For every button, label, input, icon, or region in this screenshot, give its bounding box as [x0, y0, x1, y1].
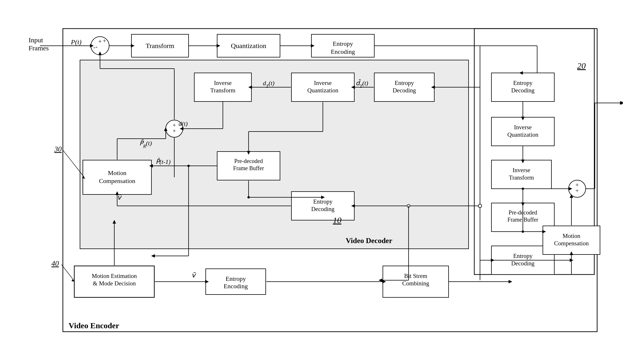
- svg-marker-92: [151, 254, 155, 258]
- svg-rect-1: [80, 60, 469, 249]
- svg-point-123: [569, 180, 586, 197]
- svg-text:Inverse: Inverse: [314, 79, 332, 86]
- svg-marker-88: [113, 220, 116, 224]
- svg-marker-46: [131, 44, 135, 47]
- svg-marker-54: [431, 85, 435, 89]
- svg-rect-37: [383, 266, 449, 297]
- svg-rect-2: [474, 29, 594, 275]
- svg-text:+: +: [98, 38, 102, 45]
- svg-rect-31: [74, 266, 154, 297]
- svg-rect-28: [291, 192, 354, 220]
- svg-rect-0: [63, 29, 597, 332]
- svg-rect-25: [217, 152, 280, 180]
- svg-text:Frame Buffer: Frame Buffer: [507, 216, 538, 223]
- svg-text:30: 30: [54, 145, 62, 153]
- svg-marker-44: [90, 44, 94, 47]
- svg-text:Encoding: Encoding: [331, 48, 355, 55]
- svg-rect-120: [491, 246, 554, 275]
- svg-text:Compensation: Compensation: [554, 240, 589, 247]
- svg-text:Entropy: Entropy: [226, 275, 246, 282]
- svg-text:Video Decoder: Video Decoder: [346, 236, 392, 245]
- svg-rect-117: [491, 203, 554, 232]
- svg-text:Transform: Transform: [146, 42, 175, 49]
- svg-text:Compensation: Compensation: [99, 177, 135, 184]
- svg-point-78: [407, 204, 410, 207]
- svg-point-156: [522, 188, 524, 190]
- svg-text:Decoding: Decoding: [511, 260, 535, 267]
- svg-rect-16: [194, 73, 251, 102]
- svg-text:Quantization: Quantization: [231, 42, 266, 49]
- svg-marker-56: [351, 85, 355, 89]
- svg-rect-111: [491, 117, 554, 146]
- svg-text:Entropy: Entropy: [395, 79, 414, 86]
- svg-marker-155: [521, 202, 525, 206]
- svg-rect-7: [311, 34, 374, 57]
- svg-text:P̄(t-1): P̄(t-1): [156, 158, 171, 165]
- svg-rect-114: [491, 160, 551, 189]
- svg-marker-180: [71, 279, 75, 282]
- svg-marker-76: [247, 151, 250, 155]
- svg-text:Transform: Transform: [210, 87, 235, 94]
- svg-text:Inverse: Inverse: [514, 124, 532, 131]
- svg-text:+: +: [103, 38, 106, 44]
- svg-text:Inverse: Inverse: [513, 167, 530, 174]
- svg-text:Pre-decoded: Pre-decoded: [234, 158, 263, 164]
- svg-rect-34: [206, 269, 266, 295]
- svg-rect-3: [131, 34, 189, 57]
- diagram-container: Transform Quantization Entropy Encoding …: [23, 11, 623, 349]
- svg-marker-69: [164, 127, 167, 131]
- svg-marker-65: [98, 51, 102, 55]
- svg-text:+: +: [173, 128, 176, 134]
- svg-marker-134: [521, 160, 525, 163]
- svg-text:Entropy: Entropy: [313, 198, 333, 205]
- svg-text:20: 20: [577, 61, 586, 70]
- svg-point-93: [187, 165, 190, 167]
- svg-text:d̄T(t): d̄T(t): [356, 79, 368, 89]
- svg-marker-61: [180, 127, 183, 130]
- svg-text:10: 10: [333, 215, 341, 225]
- svg-point-40: [91, 37, 109, 55]
- svg-text:Frames: Frames: [29, 44, 49, 52]
- svg-text:v̄: v̄: [117, 194, 122, 201]
- diagram-svg: Transform Quantization Entropy Encoding …: [23, 11, 623, 349]
- svg-text:Entropy: Entropy: [513, 79, 533, 86]
- svg-text:+: +: [575, 182, 579, 188]
- svg-marker-58: [248, 85, 252, 89]
- svg-marker-79: [351, 204, 355, 208]
- svg-marker-149: [570, 251, 573, 255]
- svg-text:Transform: Transform: [509, 174, 534, 181]
- svg-text:Entropy: Entropy: [513, 252, 533, 259]
- svg-rect-10: [374, 73, 434, 102]
- svg-marker-82: [115, 191, 119, 195]
- svg-text:Decoding: Decoding: [311, 206, 335, 212]
- svg-marker-100: [379, 279, 382, 282]
- svg-text:Inverse: Inverse: [214, 79, 232, 86]
- svg-marker-95: [205, 280, 209, 283]
- svg-marker-130: [519, 71, 523, 75]
- svg-marker-139: [620, 101, 623, 105]
- svg-marker-72: [149, 164, 153, 168]
- svg-marker-153: [491, 258, 495, 262]
- svg-marker-97: [382, 280, 386, 283]
- svg-text:Combining: Combining: [402, 280, 429, 287]
- svg-text:& Mode Decision: & Mode Decision: [93, 280, 136, 287]
- svg-point-19: [166, 120, 183, 137]
- svg-line-176: [63, 150, 84, 177]
- svg-marker-143: [570, 194, 573, 198]
- svg-text:Quantization: Quantization: [507, 131, 539, 138]
- svg-text:Entropy: Entropy: [333, 40, 353, 47]
- svg-text:Input: Input: [29, 36, 43, 44]
- svg-line-179: [61, 264, 74, 280]
- svg-marker-141: [569, 187, 572, 190]
- svg-rect-108: [491, 73, 554, 102]
- svg-text:Video Encoder: Video Encoder: [69, 321, 119, 330]
- svg-text:+: +: [173, 122, 176, 128]
- svg-marker-151: [570, 258, 573, 262]
- svg-text:Quantization: Quantization: [307, 87, 339, 94]
- svg-marker-85: [321, 196, 325, 199]
- svg-text:Motion Estimation: Motion Estimation: [92, 273, 137, 279]
- svg-marker-105: [621, 101, 623, 105]
- svg-text:Frame Buffer: Frame Buffer: [233, 165, 264, 171]
- svg-marker-48: [217, 44, 220, 47]
- svg-rect-13: [291, 73, 354, 102]
